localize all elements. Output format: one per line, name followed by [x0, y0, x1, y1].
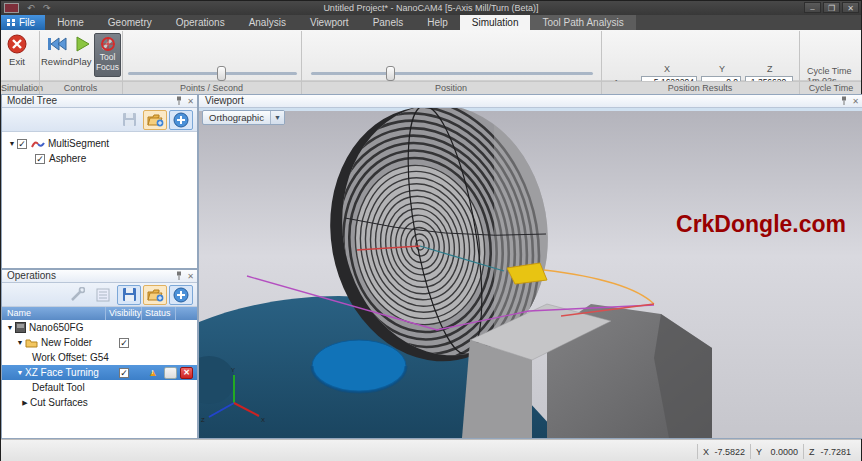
wrench-icon	[70, 287, 85, 302]
tab-geometry[interactable]: Geometry	[96, 15, 164, 30]
add-operation-button[interactable]	[169, 285, 193, 305]
watermark-text: CrkDongle.com	[676, 211, 846, 238]
close-panel-icon[interactable]: ✕	[187, 271, 194, 283]
ribbon-group-labels: Simulation Controls Points / Second Posi…	[1, 81, 861, 94]
pr-col-z: Z	[767, 64, 773, 74]
pr-col-x: X	[664, 64, 670, 74]
op-row-cut-surfaces[interactable]: ▶ Cut Surfaces	[2, 395, 197, 410]
machining-scene-svg: Y Z X	[199, 108, 862, 438]
group-simulation: Simulation	[1, 83, 39, 93]
chevron-down-icon[interactable]: ▼	[270, 111, 284, 124]
viewport-3d-scene[interactable]: Orthographic ▼ CrkDongle.com	[199, 108, 862, 438]
close-panel-icon[interactable]: ✕	[852, 96, 859, 108]
group-separator	[601, 31, 602, 94]
coordinate-readout: X-7.5822 Y0.0000 Z-7.7281	[697, 444, 856, 459]
group-position: Position	[301, 83, 601, 93]
tree-item-multisegment[interactable]: ▼ ✓ MultiSegment	[2, 136, 197, 151]
model-tree-panel: Model Tree ✕	[1, 94, 198, 269]
list-button[interactable]	[91, 285, 115, 305]
status-x-cell: X-7.5822	[697, 444, 750, 459]
operations-header: Operations ✕	[2, 270, 197, 283]
op-row-default-tool[interactable]: Default Tool	[2, 380, 197, 395]
folder-open-icon	[147, 288, 164, 302]
status-bar: X-7.5822 Y0.0000 Z-7.7281	[1, 439, 861, 461]
col-visibility[interactable]: Visibility	[106, 307, 142, 320]
play-button[interactable]: Play	[73, 34, 91, 67]
group-position-results: Position Results	[601, 83, 799, 93]
close-panel-icon[interactable]: ✕	[187, 96, 194, 108]
tab-viewport[interactable]: Viewport	[298, 15, 361, 30]
save-icon	[122, 287, 137, 302]
model-tree: ▼ ✓ MultiSegment ✓ Asphere	[2, 136, 197, 166]
group-separator	[799, 31, 800, 94]
group-separator	[122, 31, 123, 94]
machine-icon	[15, 322, 26, 333]
operations-panel: Operations ✕	[1, 269, 198, 439]
rewind-icon	[45, 34, 69, 54]
group-cycle-time: Cycle Time	[799, 83, 862, 93]
tool-focus-icon	[100, 36, 116, 52]
row-option-button[interactable]	[164, 367, 177, 379]
save-icon	[122, 112, 137, 127]
expander-icon[interactable]: ▼	[5, 324, 15, 331]
pin-icon[interactable]	[840, 96, 848, 105]
points-per-second-slider[interactable]	[128, 72, 297, 75]
multisegment-checkbox[interactable]: ✓	[17, 139, 27, 149]
tool-focus-button[interactable]: Tool Focus	[94, 33, 121, 77]
asphere-checkbox[interactable]: ✓	[35, 154, 45, 164]
model-tree-title: Model Tree	[7, 95, 57, 106]
tab-help[interactable]: Help	[415, 15, 460, 30]
exit-button[interactable]: Exit	[7, 34, 27, 67]
tab-simulation[interactable]: Simulation	[460, 15, 531, 30]
col-name[interactable]: Name	[2, 307, 106, 320]
position-slider-thumb[interactable]	[386, 66, 395, 81]
tree-item-asphere[interactable]: ✓ Asphere	[2, 151, 197, 166]
expander-icon[interactable]: ▼	[15, 339, 25, 346]
open-model-button[interactable]	[143, 110, 167, 130]
expander-icon[interactable]: ▶	[20, 399, 30, 407]
status-y-cell: Y0.0000	[750, 444, 803, 459]
tab-file[interactable]: File	[1, 15, 45, 30]
projection-dropdown[interactable]: Orthographic ▼	[202, 110, 285, 125]
xz-face-turning-visibility-checkbox[interactable]: ✓	[119, 368, 129, 378]
status-z-cell: Z-7.7281	[803, 444, 856, 459]
op-row-folder[interactable]: ▼ New Folder ✓	[2, 335, 197, 350]
expander-icon[interactable]: ▼	[15, 369, 25, 376]
play-icon	[73, 34, 91, 54]
minimize-button[interactable]: –	[804, 2, 821, 13]
add-plus-icon	[173, 287, 189, 303]
tab-operations[interactable]: Operations	[164, 15, 237, 30]
close-button[interactable]: ✕	[842, 2, 859, 13]
tab-panels[interactable]: Panels	[361, 15, 416, 30]
file-menu-icon	[7, 19, 15, 26]
pin-icon[interactable]	[175, 96, 183, 105]
axis-x-label: X	[261, 417, 265, 423]
position-slider[interactable]	[311, 72, 593, 75]
model-tree-toolbar	[2, 108, 197, 132]
col-status[interactable]: Status	[142, 307, 176, 320]
add-model-button[interactable]	[169, 110, 193, 130]
tools-button[interactable]	[65, 285, 89, 305]
group-points-per-second: Points / Second	[122, 83, 301, 93]
tab-analysis[interactable]: Analysis	[237, 15, 298, 30]
pin-icon[interactable]	[175, 271, 183, 280]
save-operations-button[interactable]	[117, 285, 141, 305]
delete-operation-button[interactable]: ✕	[180, 367, 193, 379]
open-operations-button[interactable]	[143, 285, 167, 305]
op-row-machine[interactable]: ▼ Nano650FG	[2, 320, 197, 335]
rewind-button[interactable]: Rewind	[41, 34, 73, 67]
operations-title: Operations	[7, 270, 56, 281]
folder-icon	[25, 338, 38, 348]
op-row-work-offset[interactable]: Work Offset: G54	[2, 350, 197, 365]
restore-button[interactable]: ❐	[823, 2, 840, 13]
op-row-xz-face-turning[interactable]: ▼ XZ Face Turning ✓ ▲! ✕	[2, 365, 197, 380]
operations-tree: ▼ Nano650FG ▼ New Folder ✓ Work Offset: …	[2, 320, 197, 410]
points-slider-thumb[interactable]	[217, 66, 226, 81]
tab-tool-path-analysis[interactable]: Tool Path Analysis	[530, 15, 635, 30]
new-folder-visibility-checkbox[interactable]: ✓	[119, 338, 129, 348]
warning-icon: ▲!	[148, 367, 158, 378]
expander-icon[interactable]: ▼	[7, 140, 17, 147]
save-model-button[interactable]	[117, 110, 141, 130]
tab-home[interactable]: Home	[45, 15, 96, 30]
simulation-ribbon: Exit Rewind Play Tool	[1, 30, 861, 81]
